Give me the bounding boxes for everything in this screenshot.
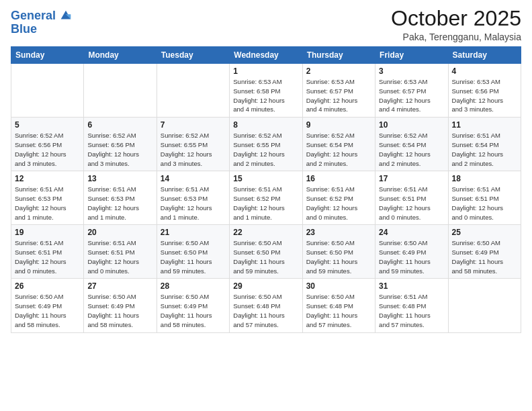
day-number: 25 bbox=[452, 228, 517, 237]
day-info: Sunrise: 6:50 AM Sunset: 6:50 PM Dayligh… bbox=[233, 238, 298, 275]
day-info: Sunrise: 6:52 AM Sunset: 6:55 PM Dayligh… bbox=[161, 131, 226, 168]
day-number: 21 bbox=[161, 228, 226, 237]
day-info: Sunrise: 6:50 AM Sunset: 6:49 PM Dayligh… bbox=[15, 292, 80, 329]
day-info: Sunrise: 6:51 AM Sunset: 6:53 PM Dayligh… bbox=[87, 185, 152, 222]
calendar-cell: 12Sunrise: 6:51 AM Sunset: 6:53 PM Dayli… bbox=[11, 171, 84, 225]
day-number: 4 bbox=[452, 66, 517, 76]
day-info: Sunrise: 6:50 AM Sunset: 6:50 PM Dayligh… bbox=[306, 238, 371, 275]
day-number: 14 bbox=[161, 174, 226, 183]
calendar-cell: 14Sunrise: 6:51 AM Sunset: 6:53 PM Dayli… bbox=[157, 171, 229, 225]
day-number: 2 bbox=[306, 66, 371, 76]
calendar-cell: 17Sunrise: 6:51 AM Sunset: 6:51 PM Dayli… bbox=[375, 171, 448, 225]
calendar-cell: 6Sunrise: 6:52 AM Sunset: 6:56 PM Daylig… bbox=[84, 118, 157, 171]
day-info: Sunrise: 6:52 AM Sunset: 6:56 PM Dayligh… bbox=[15, 131, 80, 168]
day-info: Sunrise: 6:52 AM Sunset: 6:56 PM Dayligh… bbox=[87, 131, 152, 168]
day-info: Sunrise: 6:53 AM Sunset: 6:58 PM Dayligh… bbox=[233, 77, 298, 114]
calendar-cell: 16Sunrise: 6:51 AM Sunset: 6:52 PM Dayli… bbox=[302, 171, 375, 225]
calendar-cell: 27Sunrise: 6:50 AM Sunset: 6:49 PM Dayli… bbox=[84, 279, 157, 332]
day-info: Sunrise: 6:50 AM Sunset: 6:49 PM Dayligh… bbox=[87, 292, 152, 329]
calendar-cell: 18Sunrise: 6:51 AM Sunset: 6:51 PM Dayli… bbox=[448, 171, 521, 225]
calendar-cell: 31Sunrise: 6:51 AM Sunset: 6:48 PM Dayli… bbox=[375, 279, 448, 332]
calendar-cell: 29Sunrise: 6:50 AM Sunset: 6:48 PM Dayli… bbox=[230, 279, 302, 332]
day-number: 26 bbox=[15, 281, 80, 291]
calendar-cell: 2Sunrise: 6:53 AM Sunset: 6:57 PM Daylig… bbox=[302, 64, 375, 118]
calendar-cell: 19Sunrise: 6:51 AM Sunset: 6:51 PM Dayli… bbox=[11, 225, 84, 279]
day-number: 20 bbox=[87, 228, 152, 237]
weekday-header-friday: Friday bbox=[375, 47, 448, 64]
weekday-header-monday: Monday bbox=[84, 47, 157, 64]
calendar-cell: 13Sunrise: 6:51 AM Sunset: 6:53 PM Dayli… bbox=[84, 171, 157, 225]
calendar-cell: 5Sunrise: 6:52 AM Sunset: 6:56 PM Daylig… bbox=[11, 118, 84, 171]
day-number: 12 bbox=[15, 174, 80, 183]
calendar-cell: 25Sunrise: 6:50 AM Sunset: 6:49 PM Dayli… bbox=[448, 225, 521, 279]
weekday-header-sunday: Sunday bbox=[11, 47, 84, 64]
location-title: Paka, Terengganu, Malaysia bbox=[391, 32, 521, 42]
day-info: Sunrise: 6:51 AM Sunset: 6:51 PM Dayligh… bbox=[87, 238, 152, 275]
calendar-cell bbox=[448, 279, 521, 332]
day-number: 3 bbox=[379, 66, 444, 76]
day-number: 9 bbox=[306, 120, 371, 130]
weekday-header-saturday: Saturday bbox=[448, 47, 521, 64]
day-number: 27 bbox=[87, 281, 152, 291]
day-info: Sunrise: 6:50 AM Sunset: 6:48 PM Dayligh… bbox=[233, 292, 298, 329]
calendar-table: SundayMondayTuesdayWednesdayThursdayFrid… bbox=[11, 46, 521, 332]
calendar-cell: 7Sunrise: 6:52 AM Sunset: 6:55 PM Daylig… bbox=[157, 118, 229, 171]
calendar-header-row: SundayMondayTuesdayWednesdayThursdayFrid… bbox=[11, 47, 521, 64]
calendar-cell bbox=[84, 64, 157, 118]
calendar-cell: 15Sunrise: 6:51 AM Sunset: 6:52 PM Dayli… bbox=[230, 171, 302, 225]
day-number: 16 bbox=[306, 174, 371, 183]
day-number: 6 bbox=[87, 120, 152, 130]
calendar-week-row: 26Sunrise: 6:50 AM Sunset: 6:49 PM Dayli… bbox=[11, 279, 521, 332]
calendar-cell: 21Sunrise: 6:50 AM Sunset: 6:50 PM Dayli… bbox=[157, 225, 229, 279]
day-number: 19 bbox=[15, 228, 80, 237]
day-number: 31 bbox=[379, 281, 444, 291]
calendar-cell: 10Sunrise: 6:52 AM Sunset: 6:54 PM Dayli… bbox=[375, 118, 448, 171]
weekday-header-tuesday: Tuesday bbox=[157, 47, 229, 64]
calendar-cell bbox=[11, 64, 84, 118]
day-number: 8 bbox=[233, 120, 298, 130]
weekday-header-thursday: Thursday bbox=[302, 47, 375, 64]
day-number: 24 bbox=[379, 228, 444, 237]
calendar-cell: 9Sunrise: 6:52 AM Sunset: 6:54 PM Daylig… bbox=[302, 118, 375, 171]
day-number: 11 bbox=[452, 120, 517, 130]
calendar-cell: 28Sunrise: 6:50 AM Sunset: 6:49 PM Dayli… bbox=[157, 279, 229, 332]
calendar-cell: 11Sunrise: 6:51 AM Sunset: 6:54 PM Dayli… bbox=[448, 118, 521, 171]
day-info: Sunrise: 6:51 AM Sunset: 6:52 PM Dayligh… bbox=[233, 185, 298, 222]
day-number: 5 bbox=[15, 120, 80, 130]
logo-blue-text: Blue bbox=[11, 23, 73, 36]
day-number: 1 bbox=[233, 66, 298, 76]
calendar-week-row: 19Sunrise: 6:51 AM Sunset: 6:51 PM Dayli… bbox=[11, 225, 521, 279]
day-info: Sunrise: 6:52 AM Sunset: 6:54 PM Dayligh… bbox=[379, 131, 444, 168]
logo-text: General bbox=[11, 9, 56, 23]
day-info: Sunrise: 6:50 AM Sunset: 6:49 PM Dayligh… bbox=[161, 292, 226, 329]
day-number: 10 bbox=[379, 120, 444, 130]
day-info: Sunrise: 6:51 AM Sunset: 6:53 PM Dayligh… bbox=[161, 185, 226, 222]
calendar-week-row: 1Sunrise: 6:53 AM Sunset: 6:58 PM Daylig… bbox=[11, 64, 521, 118]
day-info: Sunrise: 6:50 AM Sunset: 6:50 PM Dayligh… bbox=[161, 238, 226, 275]
calendar-cell: 26Sunrise: 6:50 AM Sunset: 6:49 PM Dayli… bbox=[11, 279, 84, 332]
calendar-week-row: 5Sunrise: 6:52 AM Sunset: 6:56 PM Daylig… bbox=[11, 118, 521, 171]
day-info: Sunrise: 6:51 AM Sunset: 6:53 PM Dayligh… bbox=[15, 185, 80, 222]
calendar-cell: 23Sunrise: 6:50 AM Sunset: 6:50 PM Dayli… bbox=[302, 225, 375, 279]
day-info: Sunrise: 6:50 AM Sunset: 6:49 PM Dayligh… bbox=[452, 238, 517, 275]
page: General Blue October 2025 Paka, Terengga… bbox=[0, 0, 532, 411]
logo: General Blue bbox=[11, 9, 73, 36]
day-info: Sunrise: 6:51 AM Sunset: 6:52 PM Dayligh… bbox=[306, 185, 371, 222]
calendar-cell: 24Sunrise: 6:50 AM Sunset: 6:49 PM Dayli… bbox=[375, 225, 448, 279]
header: General Blue October 2025 Paka, Terengga… bbox=[11, 7, 521, 42]
calendar-cell bbox=[157, 64, 229, 118]
calendar-cell: 4Sunrise: 6:53 AM Sunset: 6:56 PM Daylig… bbox=[448, 64, 521, 118]
day-number: 18 bbox=[452, 174, 517, 183]
calendar-cell: 30Sunrise: 6:50 AM Sunset: 6:48 PM Dayli… bbox=[302, 279, 375, 332]
calendar-cell: 3Sunrise: 6:53 AM Sunset: 6:57 PM Daylig… bbox=[375, 64, 448, 118]
day-info: Sunrise: 6:53 AM Sunset: 6:57 PM Dayligh… bbox=[306, 77, 371, 114]
calendar-cell: 20Sunrise: 6:51 AM Sunset: 6:51 PM Dayli… bbox=[84, 225, 157, 279]
day-info: Sunrise: 6:53 AM Sunset: 6:57 PM Dayligh… bbox=[379, 77, 444, 114]
day-number: 23 bbox=[306, 228, 371, 237]
day-info: Sunrise: 6:51 AM Sunset: 6:54 PM Dayligh… bbox=[452, 131, 517, 168]
day-number: 29 bbox=[233, 281, 298, 291]
day-info: Sunrise: 6:51 AM Sunset: 6:48 PM Dayligh… bbox=[379, 292, 444, 329]
calendar-week-row: 12Sunrise: 6:51 AM Sunset: 6:53 PM Dayli… bbox=[11, 171, 521, 225]
day-number: 7 bbox=[161, 120, 226, 130]
day-info: Sunrise: 6:53 AM Sunset: 6:56 PM Dayligh… bbox=[452, 77, 517, 114]
